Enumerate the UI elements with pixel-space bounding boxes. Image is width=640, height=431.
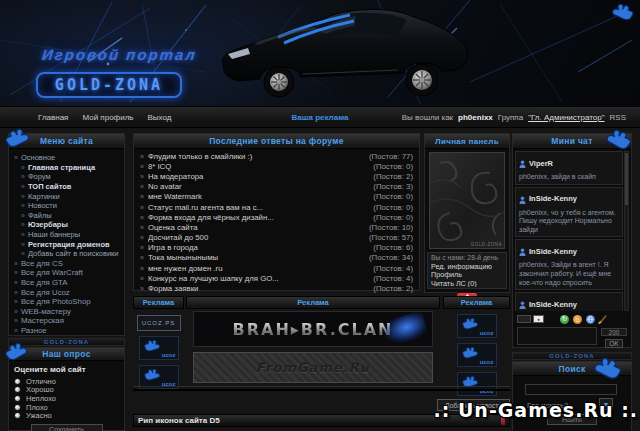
- thread-title[interactable]: Досчитай до 500: [148, 233, 369, 242]
- menu-item[interactable]: »Файлы: [14, 211, 121, 221]
- ucoz-banner[interactable]: ucoz: [139, 336, 179, 360]
- site-header: Игровой портал GOLD-ZONA: [0, 0, 640, 107]
- menu-category[interactable]: »WEB-мастеру: [14, 307, 121, 317]
- globe-icon[interactable]: [586, 315, 595, 324]
- forum-thread-row[interactable]: »Игра в города(Постов: 6): [140, 243, 413, 253]
- arrow-icon: »: [140, 173, 144, 180]
- thread-posts-count: (Постов: 77): [369, 152, 413, 161]
- thread-title[interactable]: No avatar: [148, 182, 373, 191]
- menu-category[interactable]: »Все для PhotoShop: [14, 297, 121, 307]
- smiley-icon[interactable]: ☺: [573, 315, 582, 324]
- chat-input[interactable]: [517, 327, 597, 345]
- forum-thread-row[interactable]: »Статус mail.ru агента вам на с...(Посто…: [140, 202, 413, 212]
- thread-title[interactable]: Игра в города: [148, 243, 373, 252]
- smilies-button[interactable]: ●: [533, 315, 544, 323]
- poll-option[interactable]: Отлично: [14, 377, 119, 386]
- radio-button[interactable]: [14, 412, 21, 419]
- edit-info-link[interactable]: Ред. информацию: [431, 262, 503, 270]
- radio-button[interactable]: [14, 386, 21, 393]
- menu-item[interactable]: »Форум: [14, 172, 121, 182]
- thread-title[interactable]: Оценка сайта: [148, 223, 369, 232]
- forum-thread-row[interactable]: »Форма заявки(Постов: 2): [140, 283, 413, 293]
- thread-title[interactable]: Форма заявки: [148, 284, 373, 293]
- search-input[interactable]: [525, 384, 617, 395]
- menu-category[interactable]: »Разное: [14, 326, 121, 336]
- chat-username[interactable]: InSide-Kenny: [529, 247, 577, 256]
- thread-title[interactable]: На модератора: [148, 172, 373, 181]
- profile-link[interactable]: Профиль: [431, 270, 503, 278]
- thread-title[interactable]: Статус mail.ru агента вам на с...: [148, 203, 373, 212]
- arrow-icon: »: [14, 327, 18, 334]
- thread-title[interactable]: 8* ICQ: [148, 162, 373, 171]
- menu-item[interactable]: »Наши баннеры: [14, 230, 121, 240]
- thread-title[interactable]: мне Watermark: [148, 192, 373, 201]
- ad-banner-main[interactable]: BRAH▸BR.CLAN: [193, 311, 433, 347]
- radio-button[interactable]: [14, 378, 21, 385]
- chat-scrollbar-thumb[interactable]: [625, 153, 628, 205]
- chat-controls: ● ↻ ☺: [517, 314, 629, 324]
- menu-item[interactable]: »Регистрация доменов: [14, 239, 121, 249]
- menu-item[interactable]: »ТОП сайтов: [14, 182, 121, 192]
- forum-thread-row[interactable]: »На модератора(Постов: 2): [140, 171, 413, 181]
- menu-category[interactable]: »Все для CS: [14, 259, 121, 269]
- thread-title[interactable]: Флудим только в смайлики :): [148, 152, 369, 161]
- menu-item[interactable]: »Юзербары: [14, 220, 121, 230]
- ucoz-banner[interactable]: ucoz: [457, 343, 497, 367]
- chat-username[interactable]: InSide-Kenny: [529, 300, 577, 309]
- forum-thread-row[interactable]: »Тока мынынынымы(Постов: 34): [140, 253, 413, 263]
- brush-icon[interactable]: [597, 310, 607, 328]
- ads-header: Реклама: [443, 296, 510, 309]
- ucoz-banner[interactable]: ucoz: [457, 314, 497, 338]
- thread-title[interactable]: Конкурс на лучшую шапку для GO...: [148, 274, 373, 283]
- menu-category[interactable]: »Все для WarCraft: [14, 268, 121, 278]
- menu-category[interactable]: »Все для Ucoz: [14, 287, 121, 297]
- poll-option[interactable]: Хорошо: [14, 386, 119, 395]
- forum-thread-row[interactable]: »Досчитай до 500(Постов: 57): [140, 233, 413, 243]
- thread-title[interactable]: Тока мынынынымы: [148, 253, 369, 262]
- menu-category[interactable]: »Все для GTA: [14, 278, 121, 288]
- chat-username[interactable]: ViperR: [529, 159, 553, 168]
- chat-username[interactable]: InSide-Kenny: [529, 194, 577, 203]
- forum-thread-row[interactable]: »Форма входа для чёрных дизайн...(Постов…: [140, 212, 413, 222]
- ad-banner-sub[interactable]: FromGame.Ru: [193, 352, 433, 383]
- menu-item[interactable]: »Главная страница: [14, 163, 121, 173]
- read-pm-link[interactable]: Читать ЛС (0): [431, 279, 503, 287]
- arrow-icon: »: [21, 231, 25, 238]
- forum-thread-row[interactable]: »Оценка сайта(Постов: 10): [140, 222, 413, 232]
- site-menu-block: Меню сайта »Основное »Главная страница »…: [8, 133, 125, 336]
- chat-scrollbar[interactable]: [624, 151, 629, 311]
- arrow-icon: »: [14, 317, 18, 324]
- poll-option[interactable]: Ужасно: [14, 411, 119, 420]
- menu-item[interactable]: »Добавь сайт в поисковики: [14, 249, 121, 259]
- forum-thread-row[interactable]: »No avatar(Постов: 3): [140, 182, 413, 192]
- radio-button[interactable]: [14, 404, 21, 411]
- forum-thread-row[interactable]: »8* ICQ(Постов: 0): [140, 161, 413, 171]
- forum-thread-row[interactable]: »мне Watermark(Постов: 0): [140, 192, 413, 202]
- poll-submit-button[interactable]: Сохранить: [31, 424, 103, 431]
- poll-option[interactable]: Неплохо: [14, 394, 119, 403]
- poll-option[interactable]: Плохо: [14, 403, 119, 412]
- ad-banner-small[interactable]: UCOZ.PS: [137, 315, 181, 331]
- menu-item[interactable]: »Новости: [14, 201, 121, 211]
- menu-item[interactable]: »Картинки: [14, 191, 121, 201]
- bb-codes-button[interactable]: [517, 315, 531, 323]
- ucoz-banner[interactable]: ucoz: [457, 372, 497, 396]
- thread-title[interactable]: мне нужен домен .ru: [148, 264, 373, 273]
- group-link[interactable]: "Гл. Администратор": [528, 113, 604, 122]
- forum-thread-row[interactable]: »Конкурс на лучшую шапку для GO...(Посто…: [140, 273, 413, 283]
- forum-thread-row[interactable]: »Флудим только в смайлики :)(Постов: 77): [140, 151, 413, 161]
- forum-thread-row[interactable]: »мне нужен домен .ru(Постов: 4): [140, 263, 413, 273]
- radio-button[interactable]: [14, 395, 21, 402]
- ucoz-glove-icon: [460, 346, 480, 360]
- chat-message: ViperR ph0enixx, зайди в скайп: [515, 151, 623, 185]
- chat-send-button[interactable]: OK: [605, 339, 623, 348]
- menu-section[interactable]: »Основное: [14, 153, 121, 163]
- refresh-icon[interactable]: ↻: [560, 315, 569, 324]
- arrow-icon: »: [21, 221, 25, 228]
- thread-title[interactable]: Форма входа для чёрных дизайн...: [148, 213, 373, 222]
- rss-link[interactable]: RSS: [610, 113, 626, 122]
- poll-question: Оцените мой сайт: [14, 365, 119, 374]
- arrow-icon: »: [140, 244, 144, 251]
- menu-category[interactable]: »Мастерская: [14, 316, 121, 326]
- chat-message: InSide-Kenny ph0enixx, чо у тебя с агент…: [515, 187, 623, 238]
